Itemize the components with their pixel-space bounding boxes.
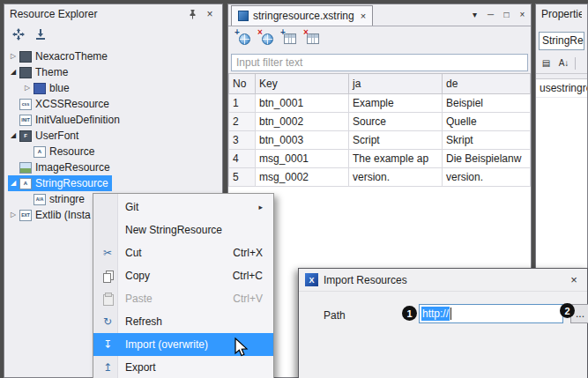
tab-close-icon[interactable]: ×	[361, 11, 366, 21]
nexacro-app-icon: X	[305, 273, 318, 286]
expander-icon[interactable]: ▷	[8, 211, 19, 219]
cell-no[interactable]: 3	[229, 130, 256, 149]
menu-item-cut[interactable]: ✂ Cut Ctrl+X	[93, 241, 273, 264]
cell-key[interactable]: msg_0002	[256, 167, 349, 186]
add-language-icon[interactable]: +	[237, 32, 251, 46]
menu-item-copy[interactable]: Copy Ctrl+C	[93, 264, 273, 287]
selected-text: http://	[421, 307, 450, 321]
grid-row[interactable]: 1 btn_0001 Example Beispiel	[229, 93, 531, 112]
panel-title: Resource Explorer	[10, 8, 182, 20]
cell-key[interactable]: msg_0001	[256, 149, 349, 167]
cell-ja[interactable]: Example	[349, 93, 443, 112]
import-resources-dialog: X Import Resources × Path 1 http:// 2 ..…	[298, 268, 588, 378]
column-header-ja[interactable]: ja	[349, 74, 443, 93]
sort-az-icon[interactable]: A↓	[557, 56, 570, 70]
column-header-no[interactable]: No	[229, 74, 256, 93]
expander-icon[interactable]: ▷	[8, 53, 19, 60]
maximize-icon[interactable]: □	[500, 8, 513, 21]
grid-row[interactable]: 4 msg_0001 The example ap Die Beispielan…	[229, 149, 531, 167]
close-icon[interactable]: ×	[203, 7, 217, 21]
path-label: Path	[324, 309, 346, 322]
cell-ja[interactable]: Script	[349, 130, 443, 149]
editor-window-controls: ▾ ─ □ ×	[468, 8, 531, 21]
dialog-title: Import Resources	[324, 274, 562, 286]
cut-icon: ✂	[99, 247, 116, 259]
tree-label: Extlib (Insta	[35, 209, 91, 221]
tree-item-theme[interactable]: ◢ Theme	[4, 64, 222, 80]
menu-item-new-stringresource[interactable]: New StringResource	[93, 219, 273, 241]
dialog-titlebar: X Import Resources ×	[299, 269, 587, 292]
menu-item-export[interactable]: ↥ Export	[93, 356, 273, 378]
delete-language-icon[interactable]: ×	[260, 32, 274, 46]
tree-label: ImageResource	[35, 161, 110, 174]
cell-de[interactable]: Beispiel	[443, 93, 531, 112]
grid-header-row: No Key ja de	[229, 74, 531, 93]
refresh-icon: ↻	[99, 315, 116, 328]
add-row-icon[interactable]: +	[283, 32, 297, 46]
tree-item-blue[interactable]: ▷ blue	[4, 80, 222, 96]
menu-item-refresh[interactable]: ↻ Refresh	[93, 310, 273, 333]
tree-item-xcssresource[interactable]: css XCSSResource	[4, 96, 222, 112]
userfont-icon: F	[19, 130, 32, 142]
cell-key[interactable]: btn_0001	[256, 93, 349, 112]
submenu-arrow-icon: ▸	[258, 203, 263, 211]
tree-label: Resource	[49, 145, 94, 158]
expander-icon[interactable]: ▷	[22, 85, 33, 92]
tree-item-imageresource[interactable]: ImageResource	[4, 159, 222, 175]
tree-item-stringresource[interactable]: ◢ A StringResource	[4, 175, 222, 191]
cell-de[interactable]: Die Beispielanw	[443, 149, 531, 167]
delete-row-icon[interactable]: ×	[306, 32, 320, 46]
tree-item-initvaluedefinition[interactable]: INIT InitValueDefinition	[4, 112, 222, 128]
filter-input[interactable]	[231, 54, 528, 71]
cell-no[interactable]: 5	[229, 167, 256, 186]
cell-ja[interactable]: The example ap	[349, 149, 443, 167]
tree-item-userfont[interactable]: ◢ F UserFont	[4, 128, 222, 144]
properties-toolbar: ▤ A↓	[536, 53, 587, 74]
tree-label: stringre	[49, 193, 85, 205]
cell-de[interactable]: Quelle	[443, 112, 531, 130]
mouse-cursor	[234, 337, 249, 358]
minimize-icon[interactable]: ─	[484, 8, 497, 21]
expander-icon[interactable]: ◢	[8, 69, 19, 76]
grid-icon	[307, 33, 319, 44]
cell-key[interactable]: btn_0003	[256, 130, 349, 149]
property-row[interactable]: usestringre	[536, 79, 587, 98]
cell-no[interactable]: 2	[229, 112, 256, 130]
grid-row[interactable]: 5 msg_0002 version. version.	[229, 167, 531, 186]
cell-no[interactable]: 1	[229, 93, 256, 112]
menu-item-paste[interactable]: Paste Ctrl+V	[93, 287, 273, 310]
cell-no[interactable]: 4	[229, 149, 256, 167]
tab-stringresource-xstring[interactable]: stringresource.xstring ×	[231, 5, 373, 26]
xstring-file-icon: A/A	[33, 194, 46, 205]
close-icon[interactable]: ×	[567, 273, 581, 287]
stringresource-icon: A	[19, 178, 32, 189]
cell-ja[interactable]: version.	[349, 167, 443, 186]
grid-row[interactable]: 3 btn_0003 Script Skript	[229, 130, 531, 149]
path-input[interactable]: http://	[419, 304, 563, 323]
categorized-icon[interactable]: ▤	[540, 56, 553, 70]
blue-theme-icon	[33, 83, 46, 94]
column-header-key[interactable]: Key	[256, 74, 349, 93]
object-selector-combo[interactable]: StringRes	[539, 32, 584, 50]
cell-ja[interactable]: Source	[349, 112, 443, 130]
selected-tree-item: ◢ A StringResource	[8, 175, 112, 191]
sync-with-editor-icon[interactable]	[10, 26, 27, 43]
close-icon[interactable]: ×	[516, 8, 529, 21]
cell-de[interactable]: version.	[443, 167, 531, 186]
tree-label: UserFont	[35, 130, 78, 142]
tab-list-icon[interactable]: ▾	[468, 8, 481, 21]
callout-1-badge: 1	[402, 306, 417, 321]
tree-item-font-resource[interactable]: A Resource	[4, 144, 222, 159]
cell-key[interactable]: btn_0002	[256, 112, 349, 130]
expander-icon[interactable]: ◢	[8, 180, 19, 187]
nexacrotheme-icon	[19, 51, 32, 63]
grid-row[interactable]: 2 btn_0002 Source Quelle	[229, 112, 531, 130]
column-header-de[interactable]: de	[443, 74, 531, 93]
expander-icon[interactable]: ◢	[8, 132, 19, 139]
import-resource-icon[interactable]	[32, 26, 49, 43]
menu-item-git[interactable]: Git ▸	[93, 196, 273, 219]
init-icon: INIT	[19, 115, 32, 126]
cell-de[interactable]: Skript	[443, 130, 531, 149]
tree-item-nexacrotheme[interactable]: ▷ NexacroTheme	[4, 48, 222, 64]
pin-icon[interactable]	[185, 7, 199, 21]
